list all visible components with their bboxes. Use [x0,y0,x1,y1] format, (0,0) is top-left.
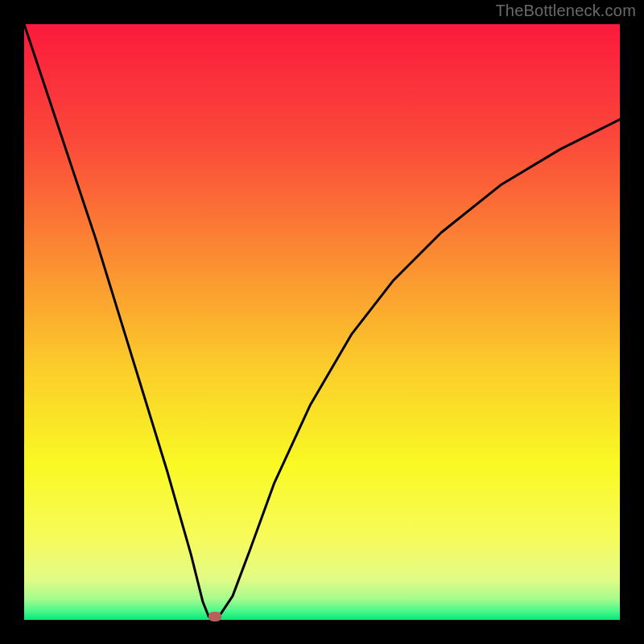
bottleneck-curve [24,24,620,620]
watermark-text: TheBottleneck.com [495,2,636,20]
optimum-marker [208,612,221,621]
chart-stage: TheBottleneck.com [0,0,644,644]
